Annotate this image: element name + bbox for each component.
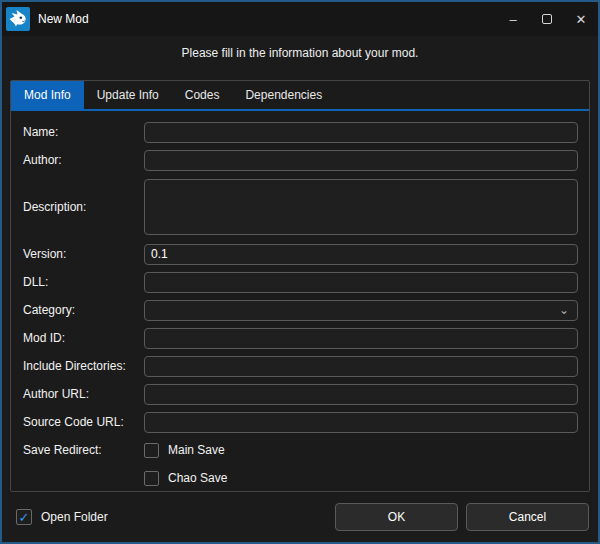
dialog-subtitle: Please fill in the information about you…	[2, 42, 598, 64]
tab-dependencies[interactable]: Dependencies	[232, 81, 335, 109]
form-row-source-code-url: Source Code URL:	[11, 408, 589, 436]
form-row-version: Version:	[11, 240, 589, 268]
new-mod-dialog: New Mod – ✕ Please fill in the informati…	[0, 0, 600, 544]
close-button[interactable]: ✕	[564, 2, 598, 36]
chao-save-label: Chao Save	[168, 471, 227, 485]
minimize-icon: –	[509, 12, 516, 27]
maximize-button[interactable]	[530, 2, 564, 36]
category-select[interactable]: ⌄	[144, 300, 578, 321]
window-title: New Mod	[38, 12, 89, 26]
mod-info-panel: Mod Info Update Info Codes Dependencies …	[10, 80, 590, 492]
name-label: Name:	[11, 125, 144, 139]
minimize-button[interactable]: –	[496, 2, 530, 36]
open-folder-label: Open Folder	[41, 510, 108, 524]
dll-label: DLL:	[11, 275, 144, 289]
description-input[interactable]	[144, 179, 578, 235]
cancel-button[interactable]: Cancel	[466, 503, 589, 531]
include-directories-label: Include Directories:	[11, 359, 144, 373]
form-row-name: Name:	[11, 118, 589, 146]
author-label: Author:	[11, 153, 144, 167]
form-row-description: Description:	[11, 174, 589, 240]
ok-button[interactable]: OK	[335, 503, 458, 531]
form-row-author-url: Author URL:	[11, 380, 589, 408]
title-bar: New Mod – ✕	[2, 2, 598, 36]
mod-id-input[interactable]	[144, 328, 578, 349]
source-code-url-label: Source Code URL:	[11, 415, 144, 429]
dll-input[interactable]	[144, 272, 578, 293]
tab-codes[interactable]: Codes	[172, 81, 233, 109]
form-row-category: Category: ⌄	[11, 296, 589, 324]
source-code-url-input[interactable]	[144, 412, 578, 433]
author-url-label: Author URL:	[11, 387, 144, 401]
form-row-include-directories: Include Directories:	[11, 352, 589, 380]
open-folder-checkbox[interactable]: Open Folder	[16, 509, 108, 525]
maximize-icon	[542, 14, 552, 24]
mod-info-form: Name: Author: Description: Version: DLL:	[11, 111, 589, 492]
main-save-label: Main Save	[168, 443, 225, 457]
description-label: Description:	[11, 200, 144, 214]
author-url-input[interactable]	[144, 384, 578, 405]
name-input[interactable]	[144, 122, 578, 143]
dialog-footer: Open Folder OK Cancel	[2, 492, 598, 542]
version-input[interactable]	[144, 244, 578, 265]
form-row-save-redirect-main: Save Redirect: Main Save	[11, 436, 589, 464]
chao-save-checkbox[interactable]: Chao Save	[144, 471, 227, 486]
form-row-mod-id: Mod ID:	[11, 324, 589, 352]
form-row-dll: DLL:	[11, 268, 589, 296]
version-label: Version:	[11, 247, 144, 261]
main-save-checkbox[interactable]: Main Save	[144, 443, 225, 458]
form-row-author: Author:	[11, 146, 589, 174]
open-folder-checkbox-box[interactable]	[16, 509, 32, 525]
save-redirect-label: Save Redirect:	[11, 443, 144, 457]
form-row-save-redirect-chao: Chao Save	[11, 464, 589, 492]
author-input[interactable]	[144, 150, 578, 171]
close-icon: ✕	[576, 12, 587, 27]
app-sonic-icon	[6, 7, 30, 31]
tab-strip: Mod Info Update Info Codes Dependencies	[11, 81, 589, 111]
tab-update-info[interactable]: Update Info	[84, 81, 172, 109]
chao-save-checkbox-box[interactable]	[144, 471, 159, 486]
category-label: Category:	[11, 303, 144, 317]
chevron-down-icon: ⌄	[559, 302, 569, 319]
window-controls: – ✕	[496, 2, 598, 36]
mod-id-label: Mod ID:	[11, 331, 144, 345]
tab-mod-info[interactable]: Mod Info	[11, 81, 84, 109]
footer-buttons: OK Cancel	[335, 503, 589, 531]
main-save-checkbox-box[interactable]	[144, 443, 159, 458]
include-directories-input[interactable]	[144, 356, 578, 377]
